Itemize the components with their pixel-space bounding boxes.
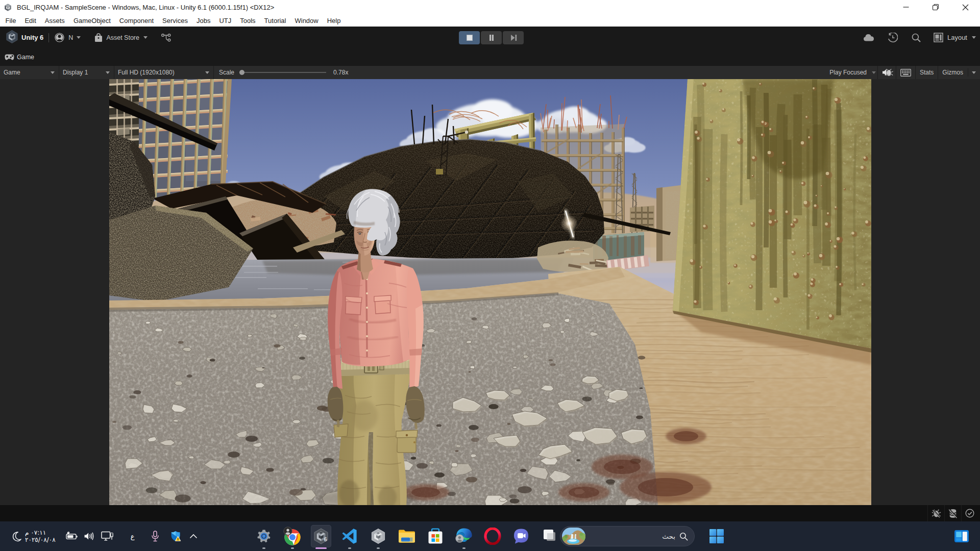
svg-text:6: 6 [324, 536, 327, 542]
menu-assets[interactable]: Assets [40, 17, 69, 24]
editor-content-area [0, 79, 980, 505]
window-title: BGL_IRQJAM - SampleScene - Windows, Mac,… [17, 4, 274, 11]
taskbar-app-opera[interactable] [482, 525, 503, 547]
focus-assist-moon-icon[interactable] [11, 531, 22, 542]
scene-mossy-wall [673, 79, 871, 353]
scale-slider[interactable] [239, 72, 326, 73]
menu-jobs[interactable]: Jobs [192, 17, 214, 24]
asset-store-label[interactable]: Asset Store [106, 34, 139, 41]
gizmos-dropdown[interactable]: Gizmos [938, 66, 980, 79]
search-placeholder: بحث [662, 532, 675, 540]
layout-icon[interactable] [934, 33, 943, 42]
taskbar-search-icon [679, 532, 688, 541]
taskbar-app-window-stack[interactable] [540, 525, 560, 547]
taskbar-app-explorer[interactable] [397, 525, 417, 547]
progress-status-icon[interactable] [961, 505, 978, 521]
taskbar-app-settings[interactable] [254, 525, 274, 547]
debugger-status-icon[interactable] [927, 505, 944, 521]
taskbar-app-edge[interactable] [454, 525, 474, 547]
game-view-toolbar: Game Display 1 Full HD (980x551) Scale… [0, 65, 980, 79]
menu-tutorial[interactable]: Tutorial [260, 17, 290, 24]
search-icon[interactable] [912, 33, 921, 42]
windows-taskbar: ٠٧:١١ م ٢٠٢٥/٠٨/٠٨ ع 6 [0, 521, 980, 551]
search-daily-image [562, 528, 585, 545]
language-indicator[interactable]: ع [131, 533, 135, 540]
scale-control: Scale 0.78x [214, 66, 352, 79]
close-button[interactable] [950, 0, 980, 14]
defender-shield-icon[interactable] [170, 531, 181, 542]
game-scene [109, 79, 871, 505]
taskbar-app-store[interactable] [425, 525, 446, 547]
window-titlebar: BGL_IRQJAM - SampleScene - Windows, Mac,… [0, 0, 980, 14]
asset-store-dropdown-arrow[interactable] [143, 36, 148, 39]
taskbar-search-box[interactable]: بحث [560, 526, 695, 546]
display-target-dropdown[interactable]: Game [0, 66, 59, 79]
display-device-icon[interactable] [101, 531, 113, 541]
menu-tools[interactable]: Tools [236, 17, 260, 24]
clock-time: ٠٧:١١ م [25, 529, 46, 536]
step-button[interactable] [503, 31, 524, 44]
play-focused-dropdown[interactable]: Play Focused [826, 66, 879, 79]
taskbar-app-unity-hub[interactable] [368, 525, 388, 547]
stats-button[interactable]: Stats [915, 66, 938, 79]
unity-window-icon [4, 3, 12, 12]
start-button[interactable] [706, 526, 727, 546]
unity-logo-icon [6, 30, 18, 45]
input-overlay-button[interactable] [896, 66, 915, 79]
menu-utj[interactable]: UTJ [215, 17, 236, 24]
unity-version-label: Unity 6 [21, 34, 43, 41]
menu-file[interactable]: File [1, 17, 20, 24]
multiplayer-role-icon[interactable] [161, 33, 172, 42]
gamepad-icon [5, 54, 14, 60]
tray-chevron-icon[interactable] [189, 534, 198, 539]
undo-history-icon[interactable] [888, 33, 898, 43]
menu-gameobject[interactable]: GameObject [69, 17, 115, 24]
layout-dropdown-arrow[interactable] [972, 36, 976, 39]
widgets-button[interactable] [950, 525, 973, 547]
taskbar-app-chrome[interactable] [282, 525, 303, 547]
mute-audio-button[interactable] [877, 66, 896, 79]
tab-strip: Game [0, 48, 980, 65]
account-dropdown-arrow[interactable] [77, 36, 81, 39]
menu-edit[interactable]: Edit [20, 17, 40, 24]
layout-label[interactable]: Layout [947, 34, 967, 41]
battery-icon[interactable] [66, 532, 78, 541]
menu-window[interactable]: Window [290, 17, 323, 24]
taskbar-app-chat[interactable] [511, 525, 531, 547]
tab-game[interactable]: Game [0, 48, 39, 65]
scale-value: 0.78x [333, 69, 348, 76]
display-dropdown[interactable]: Display 1 [59, 66, 114, 79]
cache-server-status-icon[interactable] [944, 505, 961, 521]
taskbar-app-unity[interactable]: 6 [311, 525, 331, 547]
account-icon[interactable] [55, 33, 64, 42]
taskbar-clock[interactable]: ٠٧:١١ م ٢٠٢٥/٠٨/٠٨ [25, 529, 56, 543]
microphone-icon[interactable] [151, 531, 159, 542]
asset-store-icon[interactable] [94, 33, 103, 42]
toolbar-separator [48, 33, 49, 42]
menu-help[interactable]: Help [323, 17, 345, 24]
clock-date: ٢٠٢٥/٠٨/٠٨ [25, 536, 56, 543]
menu-component[interactable]: Component [115, 17, 158, 24]
game-viewport[interactable] [109, 79, 871, 505]
minimize-button[interactable] [891, 0, 921, 14]
menu-bar: File Edit Assets GameObject Component Se… [0, 14, 980, 27]
play-button[interactable] [459, 31, 480, 44]
restore-button[interactable] [921, 0, 950, 14]
main-toolbar: Unity 6 N Asset Store Layout [0, 27, 980, 48]
taskbar-app-vscode[interactable] [339, 525, 360, 547]
pause-button[interactable] [481, 31, 502, 44]
cloud-icon[interactable] [863, 34, 874, 41]
menu-services[interactable]: Services [158, 17, 192, 24]
volume-icon[interactable] [84, 532, 95, 541]
account-name-label[interactable]: N [68, 34, 73, 41]
unity-status-bar [0, 505, 980, 521]
resolution-dropdown[interactable]: Full HD (980x551) [114, 66, 214, 79]
